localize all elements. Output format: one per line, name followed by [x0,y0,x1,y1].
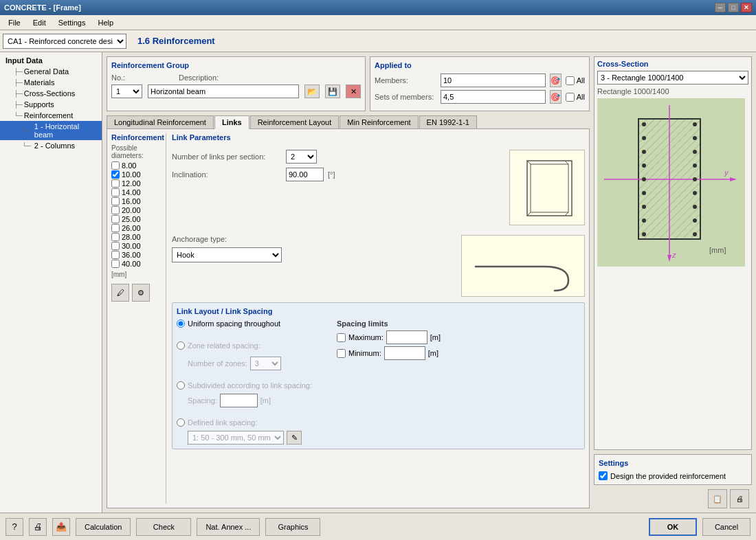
maximize-button[interactable]: □ [728,3,739,12]
help-btn[interactable]: ? [5,518,23,536]
cs-svg: y z [597,98,745,267]
sidebar-item-supports[interactable]: ├─Supports [0,99,102,110]
min-input[interactable] [384,346,425,360]
sidebar-item-general-data[interactable]: ├─General Data [0,66,102,77]
menu-help[interactable]: Help [92,17,119,28]
open-icon-btn[interactable]: 📂 [304,85,320,98]
diam-checkbox-3[interactable] [111,188,120,196]
ok-btn[interactable]: OK [649,518,697,536]
defined-edit-btn[interactable]: ✎ [287,431,302,445]
svg-point-25 [693,164,697,168]
diam-checkbox-11[interactable] [111,260,120,268]
defined-value-row: 1: 50 - 300 mm, 50 mm ✎ [177,431,312,445]
zone-spacing-radio[interactable]: Zone related spacing: [177,341,312,350]
svg-point-26 [693,177,697,181]
diam-checkbox-4[interactable] [111,197,120,205]
zones-select[interactable]: 3 [250,357,281,370]
tab-longitudinal[interactable]: Longitudinal Reinforcement [107,115,214,128]
menu-file[interactable]: File [3,17,26,28]
no-label: No.: [111,74,159,82]
uniform-radio-input[interactable] [177,319,185,328]
layout-title: Link Layout / Link Spacing [177,307,580,315]
minimize-button[interactable]: ─ [715,3,726,12]
zone-radio-input[interactable] [177,341,185,350]
tab-min-reinforcement[interactable]: Min Reinforcement [340,115,418,128]
diam-settings-btn[interactable]: ⚙ [132,284,150,302]
diam-item-6: 25.00 [111,215,162,223]
diam-checkbox-5[interactable] [111,206,120,214]
anchorage-select[interactable]: Hook [172,247,282,262]
menu-settings[interactable]: Settings [53,17,91,28]
min-checkbox[interactable] [337,349,346,358]
all1-label[interactable]: All [566,76,585,85]
sets-input[interactable] [441,90,546,104]
panel-content: Reinforcement Possible diameters: 8.0010… [107,129,590,508]
all2-checkbox[interactable] [566,93,575,102]
all1-checkbox[interactable] [566,76,575,85]
subdivided-radio-input[interactable] [177,381,185,390]
cross-section-select[interactable]: 3 - Rectangle 1000/1400 [597,71,748,85]
close-button[interactable]: ✕ [741,3,752,12]
sidebar-item-materials[interactable]: ├─Materials [0,77,102,88]
rp-icon1[interactable]: 📋 [708,489,727,508]
no-select[interactable]: 1 [111,85,142,98]
diam-edit-btn[interactable]: 🖊 [111,284,129,302]
nat-annex-btn[interactable]: Nat. Annex ... [197,518,260,536]
check-btn[interactable]: Check [136,518,191,536]
sets-picker-btn[interactable]: 🎯 [550,90,562,104]
num-links-row: Number of links per section: 2 [172,150,502,164]
cross-section-box: Cross-Section 3 - Rectangle 1000/1400 Re… [594,56,752,450]
tab-links[interactable]: Links [214,115,249,129]
menu-edit[interactable]: Edit [27,17,52,28]
members-picker-btn[interactable]: 🎯 [550,74,562,87]
export-btn[interactable]: 📤 [52,518,70,536]
max-input[interactable] [386,330,427,344]
uniform-spacing-radio[interactable]: Uniform spacing throughout [177,319,312,328]
menu-bar: File Edit Settings Help [0,15,756,30]
svg-point-28 [693,205,697,209]
cancel-btn[interactable]: Cancel [702,518,751,536]
layout-row: Uniform spacing throughout Zone related … [177,319,580,445]
all2-label[interactable]: All [566,93,585,102]
sidebar-item-reinforcement[interactable]: └─Reinforcement [0,110,102,121]
defined-select[interactable]: 1: 50 - 300 mm, 50 mm [188,431,284,445]
subdivided-radio[interactable]: Subdivided according to link spacing: [177,381,312,390]
spacing-input[interactable] [220,394,258,407]
window-controls: ─ □ ✕ [715,3,752,12]
design-provided-checkbox[interactable] [599,471,608,480]
max-checkbox[interactable] [337,333,346,342]
defined-radio-input[interactable] [177,418,185,427]
content-area: Reinforcement Group No.: Description: 1 … [102,52,756,513]
diam-checkbox-0[interactable] [111,161,120,170]
diam-item-2: 12.00 [111,179,162,188]
members-input[interactable] [441,74,546,87]
sidebar-item-cross-sections[interactable]: ├─Cross-Sections [0,88,102,99]
calculation-btn[interactable]: Calculation [76,518,131,536]
diam-checkbox-8[interactable] [111,233,120,241]
delete-icon-btn[interactable]: ✕ [346,85,361,98]
diam-checkbox-10[interactable] [111,251,120,259]
sidebar-sub-horizontal-beam[interactable]: ├─1 - Horizontal beam [0,121,102,140]
diameter-list: 8.0010.0012.0014.0016.0020.0025.0026.002… [111,161,162,268]
toolbar: CA1 - Reinforced concrete desi... 1.6 Re… [0,30,756,52]
diam-checkbox-6[interactable] [111,215,120,223]
save-icon-btn[interactable]: 💾 [325,85,340,98]
case-selector[interactable]: CA1 - Reinforced concrete desi... [3,34,126,49]
desc-input[interactable] [148,85,299,98]
inclination-input[interactable] [286,168,324,181]
tab-en1992[interactable]: EN 1992-1-1 [419,115,477,128]
diam-checkbox-1[interactable] [111,170,120,179]
num-links-select[interactable]: 2 [286,150,317,164]
diam-checkbox-9[interactable] [111,242,120,250]
settings-check-label[interactable]: Design the provided reinforcement [599,471,747,480]
defined-link-radio[interactable]: Defined link spacing: [177,418,312,427]
svg-point-24 [693,150,697,154]
print-btn[interactable]: 🖨 [29,518,47,536]
tab-layout[interactable]: Reinforcement Layout [250,115,340,128]
sidebar-sub-columns[interactable]: └─2 - Columns [0,140,102,151]
diam-checkbox-7[interactable] [111,224,120,232]
graphics-btn[interactable]: Graphics [265,518,320,536]
svg-point-14 [642,136,646,140]
rp-icon2[interactable]: 🖨 [730,489,749,508]
diam-checkbox-2[interactable] [111,179,120,188]
